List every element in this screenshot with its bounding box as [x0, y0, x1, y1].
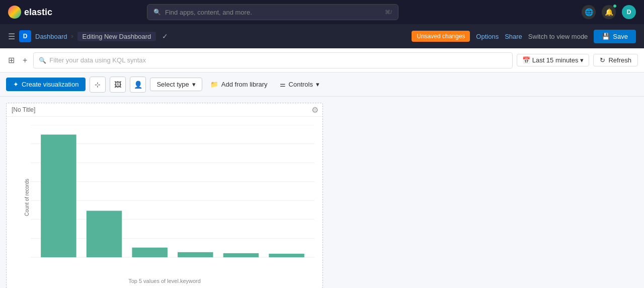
help-icon[interactable]: 🌐 — [582, 5, 596, 19]
refresh-icon: ↻ — [600, 56, 605, 64]
chart-area: Count of records 350 300 250 200 150 100… — [7, 117, 323, 278]
controls-button[interactable]: ⚌ Controls ▾ — [276, 78, 324, 91]
save-icon: 💾 — [602, 33, 610, 40]
filter-bar: ⊞ + 🔍 📅 Last 15 minutes ▾ ↻ Refresh — [0, 48, 644, 73]
person-icon-button[interactable]: 👤 — [130, 77, 146, 93]
bar-warn — [132, 248, 167, 257]
bar-other — [269, 254, 304, 257]
unsaved-changes-badge: Unsaved changes — [412, 31, 470, 42]
nav-icons: 🌐 🔔 D — [582, 5, 636, 19]
elastic-logo-icon — [8, 6, 21, 19]
chevron-down-icon: ▾ — [580, 56, 584, 64]
checkmark-icon[interactable]: ✓ — [162, 32, 168, 40]
add-filter-icon[interactable]: + — [21, 54, 29, 67]
elastic-logo-text: elastic — [24, 7, 52, 18]
kql-filter-input[interactable] — [49, 56, 507, 64]
top-nav: elastic 🔍 ⌘/ 🌐 🔔 D — [0, 0, 644, 24]
resize-icon-button[interactable]: ⊹ — [90, 77, 106, 93]
panel-gear-icon[interactable]: ⚙ — [311, 105, 318, 115]
switch-view-mode-button[interactable]: Switch to view mode — [528, 33, 588, 40]
share-button[interactable]: Share — [505, 33, 522, 40]
breadcrumb-dashboard[interactable]: Dashboard — [35, 33, 67, 40]
breadcrumb-actions: Unsaved changes Options Share Switch to … — [412, 30, 636, 43]
breadcrumb-bar: ☰ D Dashboard › Editing New Dashboard ✓ … — [0, 24, 644, 48]
time-picker[interactable]: 📅 Last 15 minutes ▾ — [517, 54, 590, 66]
visualization-panel: [No Title] ⚙ Count of records 350 300 25… — [6, 103, 323, 288]
options-button[interactable]: Options — [476, 33, 499, 40]
select-type-button[interactable]: Select type ▾ — [150, 78, 202, 91]
elastic-logo[interactable]: elastic — [8, 6, 52, 19]
global-search-input[interactable] — [165, 9, 381, 16]
bar-debug — [41, 134, 76, 257]
user-avatar[interactable]: D — [622, 5, 636, 19]
notifications-icon[interactable]: 🔔 — [602, 5, 616, 19]
sliders-icon: ⚌ — [280, 81, 286, 88]
d-badge: D — [19, 30, 31, 42]
filter-options-icon[interactable]: ⊞ — [6, 53, 17, 67]
folder-icon: 📁 — [210, 81, 218, 88]
calendar-icon: 📅 — [522, 56, 530, 64]
hamburger-icon[interactable]: ☰ — [8, 32, 15, 41]
bar-chart-svg: 350 300 250 200 150 100 50 0 DEBUG at WA… — [31, 125, 314, 258]
bar-java — [178, 252, 213, 257]
y-axis-label: Count of records — [24, 179, 30, 216]
dashboard-canvas: [No Title] ⚙ Count of records 350 300 25… — [0, 97, 644, 288]
save-button[interactable]: 💾 Save — [594, 30, 636, 43]
kql-search-icon: 🔍 — [39, 57, 46, 64]
create-visualization-button[interactable]: ✦ Create visualization — [6, 78, 86, 91]
global-search-bar[interactable]: 🔍 ⌘/ — [147, 4, 398, 20]
image-icon-button[interactable]: 🖼 — [110, 77, 126, 93]
panel-title: [No Title] — [7, 103, 323, 117]
keyboard-shortcut: ⌘/ — [385, 9, 392, 16]
kql-filter-input-container[interactable]: 🔍 — [33, 52, 512, 68]
chevron-down-icon: ▾ — [192, 81, 196, 88]
search-icon: 🔍 — [153, 9, 161, 16]
chart-subtitle: Top 5 values of level.keyword — [7, 278, 323, 288]
breadcrumb-separator: › — [71, 33, 73, 40]
bar-info — [223, 253, 259, 257]
bar-at — [87, 211, 122, 257]
add-from-library-button[interactable]: 📁 Add from library — [206, 78, 272, 91]
breadcrumb-current: Editing New Dashboard — [77, 32, 156, 41]
refresh-button[interactable]: ↻ Refresh — [593, 54, 638, 66]
plus-icon: ✦ — [13, 81, 19, 88]
chevron-down-icon: ▾ — [316, 81, 319, 88]
visualization-toolbar: ✦ Create visualization ⊹ 🖼 👤 Select type… — [0, 73, 644, 97]
